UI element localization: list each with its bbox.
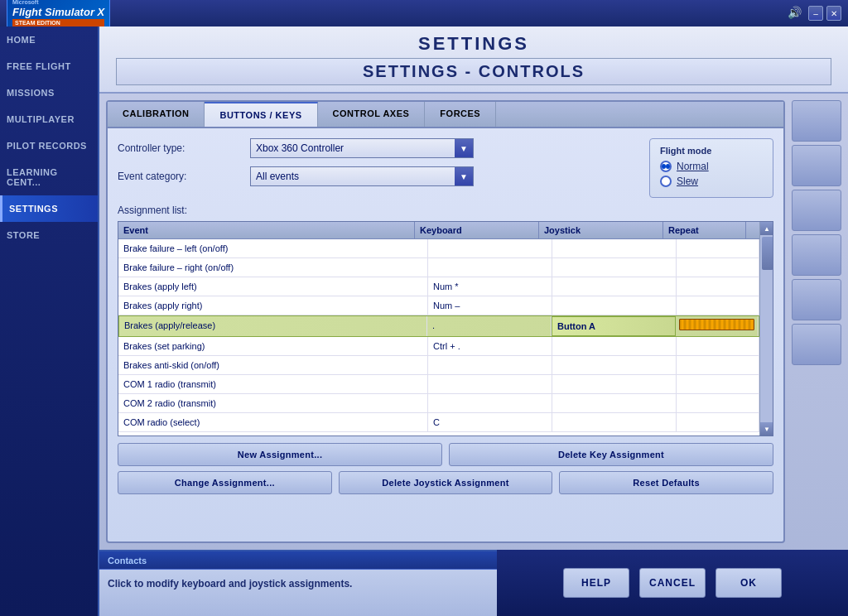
flight-mode-normal-label: Normal: [677, 161, 709, 172]
table-row[interactable]: COM 1 radio (transmit): [118, 375, 759, 394]
cell-keyboard: [428, 394, 552, 412]
sidebar-item-home[interactable]: HOME: [0, 26, 98, 53]
reset-defaults-button[interactable]: Reset Defaults: [559, 471, 773, 494]
cell-event: COM 2 radio (transmit): [118, 394, 428, 412]
controller-type-dropdown[interactable]: Xbox 360 Controller ▼: [250, 138, 474, 158]
table-row[interactable]: COM 2 radio (transmit): [118, 394, 759, 413]
page-title: SETTINGS: [116, 33, 831, 55]
table-row[interactable]: Brakes (apply/release).Button A: [118, 315, 759, 337]
event-category-value: All events: [251, 171, 455, 182]
left-panel: CALIBRATION BUTTONS / KEYS CONTROL AXES …: [106, 100, 785, 543]
close-button[interactable]: ✕: [826, 6, 841, 21]
side-button-1[interactable]: [792, 100, 841, 142]
event-category-dropdown[interactable]: All events ▼: [250, 166, 474, 186]
new-assignment-button[interactable]: New Assignment...: [118, 443, 442, 466]
flight-mode-normal-row[interactable]: Normal: [660, 161, 763, 172]
cell-joystick: [552, 394, 677, 412]
table-header: Event Keyboard Joystick Repeat: [118, 222, 759, 239]
table-row[interactable]: Brakes anti-skid (on/off): [118, 356, 759, 375]
table-row[interactable]: COM radio (select)C: [118, 413, 759, 432]
cell-event: COM radio (select): [118, 413, 428, 431]
logo-ms: Microsoft: [12, 0, 104, 6]
side-button-6[interactable]: [792, 324, 841, 365]
cell-repeat: [677, 394, 759, 412]
cell-repeat: [677, 258, 759, 277]
cell-joystick: [552, 277, 677, 296]
cell-keyboard: Num –: [428, 296, 552, 315]
sidebar-item-pilot-records[interactable]: PILOT RECORDS: [0, 132, 98, 159]
flight-mode-slew-radio[interactable]: [660, 176, 672, 187]
event-category-select-wrapper: All events ▼: [250, 166, 474, 186]
cell-joystick: [552, 258, 677, 277]
bottom-bar: Contacts Click to modify keyboard and jo…: [99, 550, 848, 616]
cell-keyboard: Num *: [428, 277, 552, 296]
tab-bar: CALIBRATION BUTTONS / KEYS CONTROL AXES …: [108, 102, 783, 128]
sidebar-item-learning-center[interactable]: LEARNING CENT...: [0, 159, 98, 195]
flight-mode-box: Flight mode Normal Slew: [649, 138, 773, 198]
sidebar-item-missions[interactable]: MISSIONS: [0, 79, 98, 106]
table-row[interactable]: Brakes (apply left)Num *: [118, 277, 759, 296]
cell-keyboard: Ctrl + .: [428, 337, 552, 355]
speaker-icon: 🔊: [788, 6, 802, 21]
cell-keyboard: C: [428, 413, 552, 431]
cell-joystick: [552, 375, 677, 393]
title-bar: Microsoft Flight Simulator X STEAM EDITI…: [0, 0, 848, 26]
sidebar-item-settings[interactable]: SETTINGS: [0, 195, 98, 222]
cell-joystick: Button A: [552, 316, 676, 336]
content-area: SETTINGS SETTINGS - CONTROLS CALIBRATION…: [99, 26, 848, 616]
scroll-down-button[interactable]: ▼: [760, 422, 773, 436]
cell-joystick: [552, 296, 677, 315]
controller-type-value: Xbox 360 Controller: [251, 142, 455, 154]
change-assignment-button[interactable]: Change Assignment...: [118, 471, 332, 494]
controller-type-row: Controller type: Xbox 360 Controller ▼: [118, 138, 639, 158]
cell-event: Brakes anti-skid (on/off): [118, 356, 428, 374]
help-button[interactable]: HELP: [563, 568, 629, 598]
page-subtitle: SETTINGS - CONTROLS: [116, 58, 831, 85]
cell-keyboard: [428, 356, 552, 374]
flight-mode-slew-label: Slew: [677, 176, 698, 187]
table-row[interactable]: Brake failure – left (on/off): [118, 239, 759, 258]
sidebar-item-multiplayer[interactable]: MULTIPLAYER: [0, 106, 98, 132]
cell-event: Brake failure – left (on/off): [118, 239, 428, 257]
cancel-button[interactable]: CANCEL: [639, 568, 706, 598]
side-button-2[interactable]: [792, 145, 841, 186]
cell-event: Brake failure – right (on/off): [118, 258, 428, 277]
contacts-bar: Contacts: [99, 551, 497, 570]
logo-fsx: Flight Simulator X: [12, 6, 104, 19]
delete-joystick-button[interactable]: Delete Joystick Assignment: [339, 471, 553, 494]
flight-mode-title: Flight mode: [660, 146, 763, 156]
flight-mode-slew-row[interactable]: Slew: [660, 176, 763, 187]
flight-mode-normal-radio[interactable]: [660, 161, 672, 172]
controller-type-label: Controller type:: [118, 142, 250, 154]
sidebar-item-store[interactable]: STORE: [0, 222, 98, 248]
side-button-5[interactable]: [792, 279, 841, 320]
table-row[interactable]: Brakes (set parking)Ctrl + .: [118, 337, 759, 356]
table-row[interactable]: Brake failure – right (on/off): [118, 258, 759, 277]
tab-buttons-keys[interactable]: BUTTONS / KEYS: [205, 102, 317, 127]
minimize-button[interactable]: –: [808, 6, 823, 21]
sidebar-item-free-flight[interactable]: FREE FLIGHT: [0, 53, 98, 79]
cell-keyboard: [428, 239, 552, 257]
cell-keyboard: [428, 258, 552, 277]
tab-calibration[interactable]: CALIBRATION: [108, 102, 205, 127]
cell-event: Brakes (apply left): [118, 277, 428, 296]
col-event: Event: [118, 222, 415, 238]
tab-forces[interactable]: FORCES: [425, 102, 496, 127]
cell-repeat: [677, 375, 759, 393]
scrollbar-thumb[interactable]: [762, 237, 773, 270]
col-keyboard: Keyboard: [415, 222, 539, 238]
table-row[interactable]: Brakes (apply right)Num –: [118, 296, 759, 315]
controller-dropdown-arrow: ▼: [455, 139, 473, 157]
side-button-3[interactable]: [792, 190, 841, 231]
side-button-4[interactable]: [792, 234, 841, 276]
event-category-dropdown-arrow: ▼: [455, 167, 473, 185]
ok-button[interactable]: OK: [716, 568, 782, 598]
assignment-table: Event Keyboard Joystick Repeat Brake fai…: [118, 222, 759, 436]
scroll-up-button[interactable]: ▲: [760, 222, 773, 235]
bottom-left: Contacts Click to modify keyboard and jo…: [99, 550, 497, 616]
cell-joystick: [552, 356, 677, 374]
table-scrollbar[interactable]: ▲ ▼: [759, 222, 773, 436]
delete-key-button[interactable]: Delete Key Assignment: [449, 443, 773, 466]
cell-event: COM 1 radio (transmit): [118, 375, 428, 393]
tab-control-axes[interactable]: CONTROL AXES: [318, 102, 426, 127]
